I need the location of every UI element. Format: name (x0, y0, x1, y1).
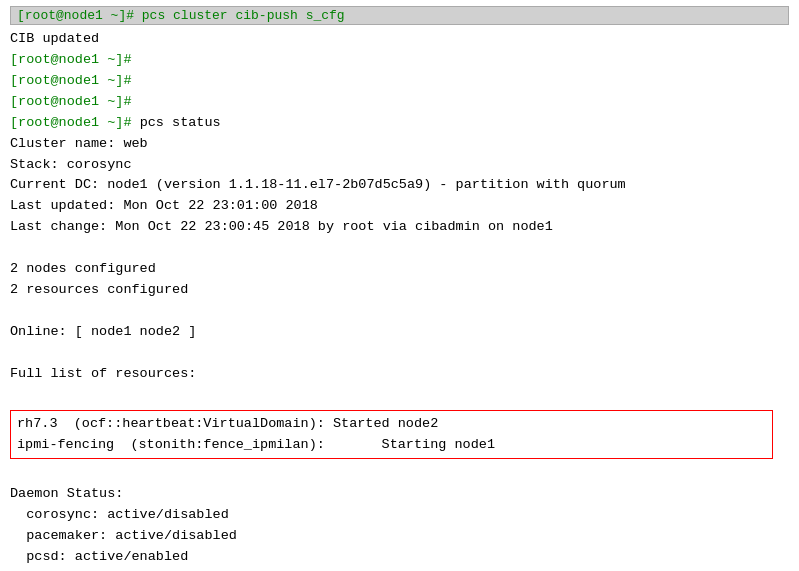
line-full-list-header: Full list of resources: (10, 364, 789, 385)
line-blank-5 (10, 463, 789, 484)
line-blank-4 (10, 385, 789, 406)
terminal-window: [root@node1 ~]# pcs cluster cib-push s_c… (0, 0, 799, 571)
line-pcs-status-cmd: [root@node1 ~]# pcs status (10, 113, 789, 134)
resource-ipmi: ipmi-fencing (stonith:fence_ipmilan): St… (17, 435, 766, 456)
top-prompt: [root@node1 ~]# pcs cluster cib-push s_c… (17, 8, 345, 23)
line-cluster-name: Cluster name: web (10, 134, 789, 155)
line-last-updated: Last updated: Mon Oct 22 23:01:00 2018 (10, 196, 789, 217)
line-blank-1 (10, 238, 789, 259)
line-blank-prompt-1: [root@node1 ~]# (10, 50, 789, 71)
resources-box: rh7.3 (ocf::heartbeat:VirtualDomain): St… (10, 410, 773, 460)
line-corosync: corosync: active/disabled (10, 505, 789, 526)
line-stack: Stack: corosync (10, 155, 789, 176)
line-resources-configured: 2 resources configured (10, 280, 789, 301)
line-cib-updated: CIB updated (10, 29, 789, 50)
top-command-bar: [root@node1 ~]# pcs cluster cib-push s_c… (10, 6, 789, 25)
line-last-change: Last change: Mon Oct 22 23:00:45 2018 by… (10, 217, 789, 238)
line-online: Online: [ node1 node2 ] (10, 322, 789, 343)
line-blank-2 (10, 301, 789, 322)
line-current-dc: Current DC: node1 (version 1.1.18-11.el7… (10, 175, 789, 196)
line-blank-3 (10, 343, 789, 364)
line-blank-prompt-3: [root@node1 ~]# (10, 92, 789, 113)
resource-rh73: rh7.3 (ocf::heartbeat:VirtualDomain): St… (17, 414, 766, 435)
line-pacemaker: pacemaker: active/disabled (10, 526, 789, 547)
line-nodes-configured: 2 nodes configured (10, 259, 789, 280)
line-pcsd: pcsd: active/enabled (10, 547, 789, 568)
line-daemon-status-header: Daemon Status: (10, 484, 789, 505)
line-blank-prompt-2: [root@node1 ~]# (10, 71, 789, 92)
